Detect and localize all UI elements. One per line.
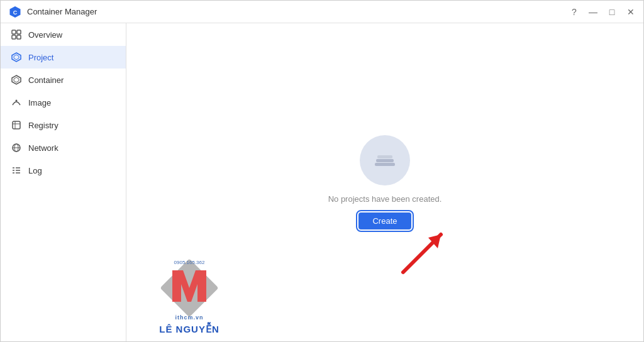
svg-rect-4 <box>12 35 16 39</box>
svg-marker-7 <box>14 55 19 60</box>
sidebar-item-network[interactable]: Network <box>1 136 126 159</box>
layers-icon <box>371 146 399 174</box>
image-icon <box>11 97 22 108</box>
watermark-logo: ithcm.vn 0905.165.362 <box>148 251 230 324</box>
maximize-button[interactable]: □ <box>607 7 617 17</box>
sidebar-item-log-label: Log <box>28 166 42 175</box>
sidebar-item-registry[interactable]: Registry <box>1 114 126 136</box>
svg-marker-6 <box>12 53 21 62</box>
empty-state-text: No projects have been created. <box>328 194 442 204</box>
svg-marker-8 <box>12 75 21 84</box>
container-icon <box>11 74 22 86</box>
titlebar: C Container Manager ? — □ ✕ <box>1 1 643 23</box>
app-window: C Container Manager ? — □ ✕ <box>0 0 644 342</box>
sidebar-item-overview[interactable]: Overview <box>1 23 126 46</box>
svg-text:C: C <box>13 9 18 16</box>
svg-rect-28 <box>160 258 218 317</box>
watermark: ithcm.vn 0905.165.362 LÊ NGUYỄN <box>126 241 252 341</box>
registry-icon <box>11 119 22 131</box>
watermark-name: LÊ NGUYỄN <box>159 324 219 335</box>
main-layout: Overview Project <box>1 23 643 341</box>
overview-icon <box>11 29 22 40</box>
create-button[interactable]: Create <box>358 212 411 229</box>
sidebar-item-image-label: Image <box>28 98 51 108</box>
sidebar: Overview Project <box>1 23 126 341</box>
svg-text:0905.165.362: 0905.165.362 <box>174 260 205 265</box>
minimize-button[interactable]: — <box>588 7 598 17</box>
sidebar-item-image[interactable]: Image <box>1 91 126 114</box>
svg-line-26 <box>403 234 441 272</box>
svg-marker-9 <box>14 77 19 82</box>
sidebar-item-project[interactable]: Project <box>1 46 126 69</box>
window-controls: ? — □ ✕ <box>569 7 636 17</box>
svg-rect-3 <box>17 30 21 34</box>
svg-marker-27 <box>428 234 441 248</box>
svg-rect-5 <box>17 35 21 39</box>
log-icon <box>11 165 22 176</box>
svg-rect-24 <box>377 155 392 158</box>
help-button[interactable]: ? <box>569 7 579 17</box>
close-button[interactable]: ✕ <box>626 7 636 17</box>
svg-marker-29 <box>172 270 206 302</box>
svg-rect-2 <box>12 30 16 34</box>
sidebar-item-project-label: Project <box>28 53 53 62</box>
svg-point-10 <box>16 100 18 102</box>
sidebar-item-registry-label: Registry <box>28 121 58 130</box>
empty-state: No projects have been created. Create <box>328 135 442 229</box>
svg-rect-25 <box>375 163 395 166</box>
network-icon <box>11 142 22 153</box>
svg-rect-23 <box>376 159 394 162</box>
sidebar-item-network-label: Network <box>28 143 58 153</box>
empty-state-icon <box>360 135 410 185</box>
svg-rect-11 <box>13 121 20 129</box>
app-title: Container Manager <box>27 7 569 16</box>
sidebar-item-container[interactable]: Container <box>1 69 126 91</box>
svg-text:ithcm.vn: ithcm.vn <box>175 314 203 321</box>
sidebar-item-container-label: Container <box>28 75 64 85</box>
app-logo: C <box>8 5 22 19</box>
sidebar-item-log[interactable]: Log <box>1 159 126 182</box>
content-area: No projects have been created. Create <box>126 23 643 341</box>
project-icon <box>11 52 22 63</box>
sidebar-item-overview-label: Overview <box>28 30 62 40</box>
